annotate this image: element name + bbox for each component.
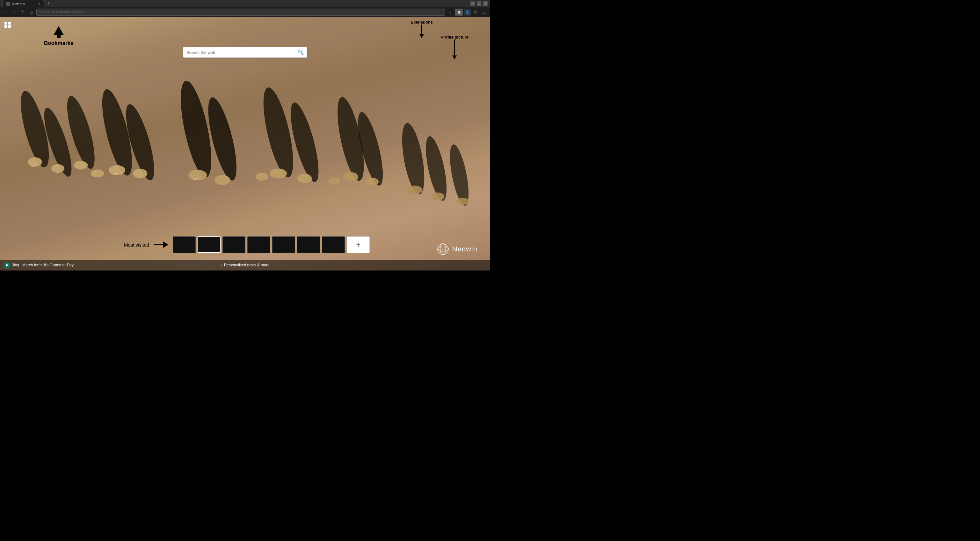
search-box[interactable]: 🔍 xyxy=(183,47,307,58)
minimize-btn[interactable]: ─ xyxy=(470,1,475,6)
mv-tile-1[interactable] xyxy=(173,236,196,253)
address-bar[interactable] xyxy=(37,9,445,16)
bing-logo: b Bing xyxy=(5,263,19,267)
active-tab[interactable]: New tab × xyxy=(3,0,44,7)
forward-button[interactable]: › xyxy=(11,8,18,16)
refresh-button[interactable]: ↻ xyxy=(19,8,27,16)
bing-icon: b xyxy=(5,263,10,267)
tab-close-btn[interactable]: × xyxy=(38,2,40,6)
grammar-day-text: March forth! It's Grammar Day xyxy=(22,263,74,267)
new-tab-page: Bookmarks Extensions Profile picture 🔍 M… xyxy=(0,17,490,270)
settings-button[interactable]: ⚙ xyxy=(472,8,480,16)
most-visited-section: Most visited + xyxy=(124,236,366,253)
down-arrow-icon: ↓ xyxy=(221,263,223,267)
most-visited-label: Most visited xyxy=(124,242,149,248)
neowin-text: Neowin xyxy=(452,245,477,253)
bookmarks-annotation: Bookmarks xyxy=(44,26,74,46)
tab-title: New tab xyxy=(12,2,37,6)
windows-icon[interactable] xyxy=(5,22,11,28)
address-input[interactable] xyxy=(39,10,442,14)
mv-tile-7[interactable] xyxy=(322,236,345,253)
mv-tile-5[interactable] xyxy=(272,236,295,253)
back-button[interactable]: ‹ xyxy=(2,8,10,16)
extensions-button[interactable]: ▦ xyxy=(455,9,463,16)
close-btn[interactable]: ✕ xyxy=(483,1,488,6)
search-submit-button[interactable]: 🔍 xyxy=(298,49,304,55)
mv-tile-4[interactable] xyxy=(247,236,270,253)
profile-button[interactable]: 👤 xyxy=(464,9,471,16)
nav-bar: ‹ › ↻ ⌂ ☆ ▦ 👤 ⚙ … xyxy=(0,7,490,17)
bookmarks-label: Bookmarks xyxy=(44,40,74,46)
bing-text: Bing xyxy=(11,263,19,267)
favorites-button[interactable]: ☆ xyxy=(446,8,454,16)
most-visited-arrow xyxy=(154,242,168,248)
bottom-bar: b Bing March forth! It's Grammar Day ↓ P… xyxy=(0,260,490,270)
extensions-label: Extensions xyxy=(411,20,433,24)
search-input[interactable] xyxy=(186,50,295,55)
browser-window: New tab × + ─ □ ✕ ‹ › ↻ ⌂ ☆ ▦ 👤 ⚙ … xyxy=(0,0,490,270)
profile-label: Profile picture xyxy=(441,35,468,40)
tab-favicon xyxy=(6,2,10,6)
extensions-annotation: Extensions xyxy=(411,20,433,38)
more-button[interactable]: … xyxy=(480,8,488,16)
mv-tile-3[interactable] xyxy=(223,236,245,253)
personalized-news-label: Personalized news & more xyxy=(224,263,270,267)
neowin-globe-icon xyxy=(437,243,449,255)
neowin-watermark: Neowin xyxy=(437,243,477,255)
home-button[interactable]: ⌂ xyxy=(28,8,35,16)
new-tab-btn[interactable]: + xyxy=(45,0,52,7)
mv-tiles: + xyxy=(173,236,370,253)
tab-bar: New tab × + ─ □ ✕ xyxy=(0,0,490,7)
mv-tile-add[interactable]: + xyxy=(347,236,370,253)
mv-tile-6[interactable] xyxy=(297,236,320,253)
profile-annotation: Profile picture xyxy=(441,35,468,59)
personalized-news-btn[interactable]: ↓ Personalized news & more xyxy=(221,263,269,267)
search-container: 🔍 xyxy=(183,47,307,58)
mv-tile-2[interactable] xyxy=(197,236,221,253)
maximize-btn[interactable]: □ xyxy=(477,1,481,6)
